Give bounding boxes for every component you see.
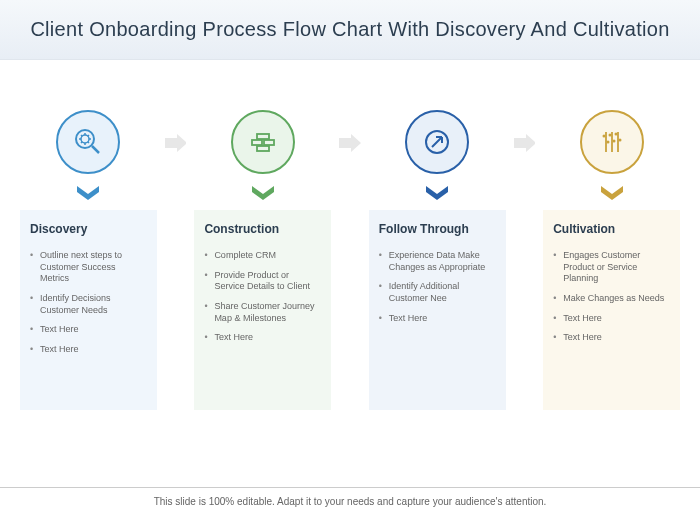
svg-rect-3 bbox=[257, 134, 269, 139]
flow-arrow-icon bbox=[514, 134, 536, 152]
svg-rect-6 bbox=[257, 146, 269, 151]
list-item: Outline next steps to Customer Success M… bbox=[30, 246, 147, 289]
stage-construction: Construction Complete CRM Provide Produc… bbox=[194, 110, 331, 410]
stage-cultivation: Cultivation Engages Customer Product or … bbox=[543, 110, 680, 410]
list-item: Text Here bbox=[204, 328, 321, 348]
stage-title: Follow Through bbox=[379, 222, 496, 236]
list-item: Identify Additional Customer Nee bbox=[379, 277, 496, 308]
slide-header: Client Onboarding Process Flow Chart Wit… bbox=[0, 0, 700, 60]
svg-point-8 bbox=[602, 135, 605, 138]
list-item: Text Here bbox=[553, 328, 670, 348]
svg-point-0 bbox=[76, 130, 94, 148]
stage-card: Construction Complete CRM Provide Produc… bbox=[194, 210, 331, 410]
stage-items: Outline next steps to Customer Success M… bbox=[30, 246, 147, 360]
chevron-down-icon bbox=[601, 186, 623, 200]
svg-point-12 bbox=[614, 133, 617, 136]
stage-title: Discovery bbox=[30, 222, 147, 236]
chevron-down-icon bbox=[426, 186, 448, 200]
stage-card: Cultivation Engages Customer Product or … bbox=[543, 210, 680, 410]
list-item: Complete CRM bbox=[204, 246, 321, 266]
flow-arrow-icon bbox=[339, 134, 361, 152]
svg-point-13 bbox=[618, 139, 621, 142]
magnify-gear-icon bbox=[56, 110, 120, 174]
footer-text: This slide is 100% editable. Adapt it to… bbox=[40, 496, 660, 507]
stage-card: Follow Through Experience Data Make Chan… bbox=[369, 210, 506, 410]
stage-card: Discovery Outline next steps to Customer… bbox=[20, 210, 157, 410]
stage-discovery: Discovery Outline next steps to Customer… bbox=[20, 110, 157, 410]
list-item: Text Here bbox=[30, 340, 147, 360]
list-item: Text Here bbox=[379, 309, 496, 329]
stage-follow-through: Follow Through Experience Data Make Chan… bbox=[369, 110, 506, 410]
stage-items: Engages Customer Product or Service Plan… bbox=[553, 246, 670, 348]
process-flow: Discovery Outline next steps to Customer… bbox=[0, 60, 700, 430]
svg-rect-4 bbox=[252, 140, 262, 145]
list-item: Provide Product or Service Details to Cl… bbox=[204, 266, 321, 297]
list-item: Text Here bbox=[553, 309, 670, 329]
stage-items: Complete CRM Provide Product or Service … bbox=[204, 246, 321, 348]
list-item: Identify Decisions Customer Needs bbox=[30, 289, 147, 320]
svg-line-1 bbox=[92, 146, 99, 153]
stage-title: Construction bbox=[204, 222, 321, 236]
list-item: Engages Customer Product or Service Plan… bbox=[553, 246, 670, 289]
list-item: Make Changes as Needs bbox=[553, 289, 670, 309]
list-item: Share Customer Journey Map & Milestones bbox=[204, 297, 321, 328]
svg-point-10 bbox=[608, 134, 611, 137]
bricks-icon bbox=[231, 110, 295, 174]
chevron-down-icon bbox=[252, 186, 274, 200]
growth-icon bbox=[580, 110, 644, 174]
svg-point-11 bbox=[612, 140, 615, 143]
list-item: Text Here bbox=[30, 320, 147, 340]
arrow-up-circle-icon bbox=[405, 110, 469, 174]
stage-title: Cultivation bbox=[553, 222, 670, 236]
svg-rect-5 bbox=[264, 140, 274, 145]
chevron-down-icon bbox=[77, 186, 99, 200]
slide-footer: This slide is 100% editable. Adapt it to… bbox=[0, 487, 700, 507]
list-item: Experience Data Make Changes as Appropri… bbox=[379, 246, 496, 277]
svg-point-9 bbox=[606, 141, 609, 144]
stage-items: Experience Data Make Changes as Appropri… bbox=[379, 246, 496, 328]
slide-title: Client Onboarding Process Flow Chart Wit… bbox=[20, 18, 680, 41]
flow-arrow-icon bbox=[165, 134, 187, 152]
